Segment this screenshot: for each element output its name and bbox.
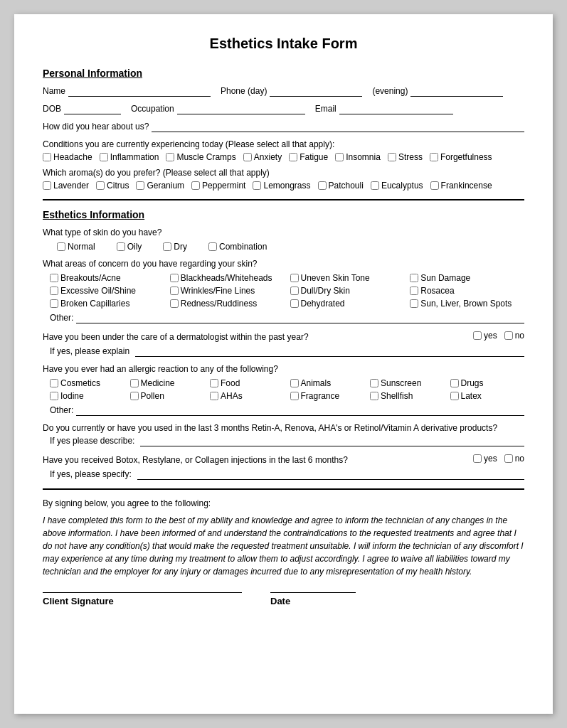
aroma-lemongrass[interactable]: Lemongrass <box>253 181 310 191</box>
skin-combination[interactable]: Combination <box>208 242 267 252</box>
how-hear-input[interactable] <box>152 122 524 132</box>
concern-redness-checkbox[interactable] <box>170 299 179 308</box>
concern-broken-cap[interactable]: Broken Capillaries <box>50 299 164 309</box>
skin-oily-checkbox[interactable] <box>117 242 125 251</box>
aroma-geranium[interactable]: Geranium <box>136 181 184 191</box>
concern-sun-damage-checkbox[interactable] <box>410 274 418 282</box>
concern-breakouts-checkbox[interactable] <box>50 274 58 282</box>
concern-sun-damage[interactable]: Sun Damage <box>410 273 524 283</box>
aroma-geranium-checkbox[interactable] <box>136 181 144 190</box>
concern-breakouts[interactable]: Breakouts/Acne <box>50 273 164 283</box>
concern-wrinkles-checkbox[interactable] <box>170 287 179 295</box>
allergy-medicine-checkbox[interactable] <box>130 379 139 387</box>
concern-uneven-skin[interactable]: Uneven Skin Tone <box>290 273 405 283</box>
aroma-patchouli[interactable]: Patchouli <box>318 181 364 191</box>
name-input[interactable] <box>68 86 211 97</box>
allergy-fragrance[interactable]: Fragrance <box>290 391 365 401</box>
concern-blackheads[interactable]: Blackheads/Whiteheads <box>170 273 285 283</box>
allergy-iodine-checkbox[interactable] <box>50 392 58 400</box>
allergy-food-checkbox[interactable] <box>210 379 218 387</box>
aroma-eucalyptus[interactable]: Eucalyptus <box>371 181 423 191</box>
condition-insomnia[interactable]: Insomnia <box>335 152 381 162</box>
allergy-iodine[interactable]: Iodine <box>50 391 124 401</box>
skin-combination-checkbox[interactable] <box>208 242 217 251</box>
allergy-ahas-checkbox[interactable] <box>210 392 218 400</box>
allergy-cosmetics[interactable]: Cosmetics <box>50 378 124 388</box>
aroma-frankincense[interactable]: Frankincense <box>430 181 492 191</box>
condition-insomnia-checkbox[interactable] <box>335 153 344 161</box>
aroma-citrus-checkbox[interactable] <box>96 181 105 190</box>
botox-no-checkbox[interactable] <box>504 454 513 463</box>
concern-uneven-skin-checkbox[interactable] <box>290 274 299 282</box>
allergy-food[interactable]: Food <box>210 378 285 388</box>
concern-blackheads-checkbox[interactable] <box>170 274 179 282</box>
aroma-citrus[interactable]: Citrus <box>96 181 129 191</box>
condition-forgetfulness-checkbox[interactable] <box>430 153 438 161</box>
condition-fatigue[interactable]: Fatigue <box>289 152 328 162</box>
concern-dehydrated[interactable]: Dehydrated <box>290 299 405 309</box>
allergy-medicine[interactable]: Medicine <box>130 378 205 388</box>
allergy-shellfish-checkbox[interactable] <box>370 392 378 400</box>
aroma-frankincense-checkbox[interactable] <box>430 181 439 190</box>
email-input[interactable] <box>339 104 453 114</box>
allergy-animals[interactable]: Animals <box>290 378 365 388</box>
condition-anxiety-checkbox[interactable] <box>243 153 252 161</box>
aroma-lavender-checkbox[interactable] <box>43 181 51 190</box>
derm-no[interactable]: no <box>504 331 524 341</box>
condition-headache-checkbox[interactable] <box>43 153 51 161</box>
concern-rosacea-checkbox[interactable] <box>410 287 418 295</box>
skin-normal[interactable]: Normal <box>57 242 95 252</box>
skin-dry-checkbox[interactable] <box>163 242 171 251</box>
concern-broken-cap-checkbox[interactable] <box>50 299 58 308</box>
derm-yes-checkbox[interactable] <box>473 331 482 340</box>
allergy-pollen[interactable]: Pollen <box>130 391 205 401</box>
allergy-drugs[interactable]: Drugs <box>450 378 525 388</box>
allergy-sunscreen[interactable]: Sunscreen <box>370 378 445 388</box>
concern-rosacea[interactable]: Rosacea <box>410 286 524 296</box>
derm-explain-input[interactable] <box>135 346 524 357</box>
concern-dull-dry[interactable]: Dull/Dry Skin <box>290 286 405 296</box>
condition-stress-checkbox[interactable] <box>388 153 396 161</box>
concern-sun-liver-checkbox[interactable] <box>410 299 418 308</box>
allergy-sunscreen-checkbox[interactable] <box>370 379 378 387</box>
concern-dull-dry-checkbox[interactable] <box>290 287 299 295</box>
condition-inflammation-checkbox[interactable] <box>100 153 108 161</box>
condition-fatigue-checkbox[interactable] <box>289 153 297 161</box>
aroma-lavender[interactable]: Lavender <box>43 181 89 191</box>
evening-input[interactable] <box>410 86 503 97</box>
concern-other-input[interactable] <box>76 313 524 323</box>
concern-wrinkles[interactable]: Wrinkles/Fine Lines <box>170 286 285 296</box>
condition-headache[interactable]: Headache <box>43 152 92 162</box>
allergy-latex[interactable]: Latex <box>450 391 525 401</box>
allergy-latex-checkbox[interactable] <box>450 392 459 400</box>
aroma-peppermint-checkbox[interactable] <box>191 181 200 190</box>
aroma-lemongrass-checkbox[interactable] <box>253 181 261 190</box>
concern-dehydrated-checkbox[interactable] <box>290 299 299 308</box>
condition-inflammation[interactable]: Inflammation <box>100 152 159 162</box>
concern-excessive-oil-checkbox[interactable] <box>50 287 58 295</box>
botox-yes[interactable]: yes <box>473 454 497 464</box>
allergy-shellfish[interactable]: Shellfish <box>370 391 445 401</box>
derm-yes[interactable]: yes <box>473 331 497 341</box>
allergy-cosmetics-checkbox[interactable] <box>50 379 58 387</box>
allergy-drugs-checkbox[interactable] <box>450 379 459 387</box>
allergy-animals-checkbox[interactable] <box>290 379 299 387</box>
allergy-fragrance-checkbox[interactable] <box>290 392 299 400</box>
concern-excessive-oil[interactable]: Excessive Oil/Shine <box>50 286 164 296</box>
condition-muscle-cramps-checkbox[interactable] <box>166 153 174 161</box>
allergy-other-input[interactable] <box>76 405 524 416</box>
concern-sun-liver[interactable]: Sun, Liver, Brown Spots <box>410 299 524 309</box>
botox-yes-checkbox[interactable] <box>473 454 482 463</box>
aroma-peppermint[interactable]: Peppermint <box>191 181 245 191</box>
skin-normal-checkbox[interactable] <box>57 242 65 251</box>
condition-muscle-cramps[interactable]: Muscle Cramps <box>166 152 235 162</box>
botox-no[interactable]: no <box>504 454 524 464</box>
skin-oily[interactable]: Oily <box>117 242 142 252</box>
retin-describe-input[interactable] <box>140 436 524 446</box>
allergy-pollen-checkbox[interactable] <box>130 392 139 400</box>
occupation-input[interactable] <box>177 104 305 114</box>
phone-day-input[interactable] <box>270 86 362 97</box>
botox-specify-input[interactable] <box>137 469 524 480</box>
condition-stress[interactable]: Stress <box>388 152 423 162</box>
condition-anxiety[interactable]: Anxiety <box>243 152 282 162</box>
